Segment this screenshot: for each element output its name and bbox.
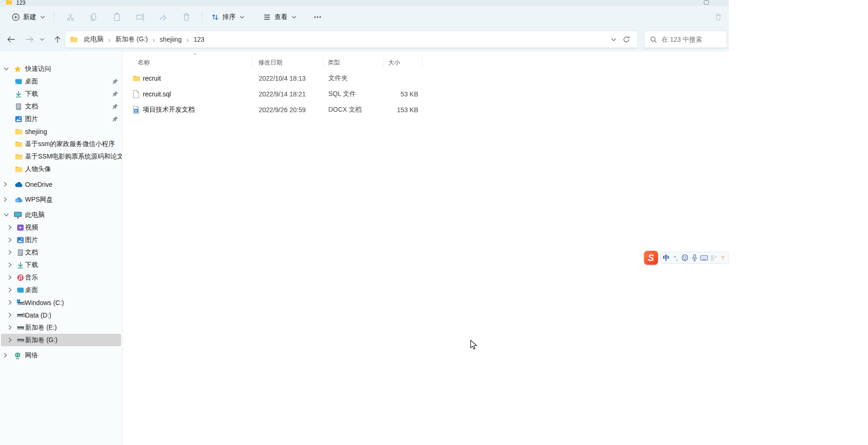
- column-divider[interactable]: [252, 57, 252, 68]
- file-row-项目技术开发文档[interactable]: 项目技术开发文档2022/9/26 20:59DOCX 文档153 KB: [124, 102, 542, 117]
- sidebar-item-快速访问[interactable]: 快速访问: [1, 63, 121, 75]
- toolbox-icon[interactable]: [710, 253, 717, 263]
- sidebar-item-下载[interactable]: 下载: [1, 259, 121, 271]
- breadcrumb: 此电脑›新加卷 (G:)›shejiing›123: [80, 33, 209, 46]
- sidebar-item-新加卷 (E:)[interactable]: 新加卷 (E:): [1, 321, 121, 334]
- chevron-down-icon[interactable]: [4, 67, 9, 70]
- paste-button[interactable]: [108, 9, 126, 25]
- chinese-mode-icon[interactable]: 中: [663, 253, 670, 263]
- address-dropdown-icon[interactable]: [611, 38, 616, 41]
- drive-icon: [17, 337, 25, 343]
- emoji-icon[interactable]: [681, 253, 689, 263]
- chevron-right-icon[interactable]: [8, 237, 14, 242]
- new-button[interactable]: 新建: [7, 10, 49, 24]
- chevron-right-icon[interactable]: [8, 337, 14, 343]
- chevron-right-icon[interactable]: [8, 275, 14, 280]
- sidebar-item-网络[interactable]: 网络: [1, 349, 121, 362]
- punctuation-icon[interactable]: °,: [672, 253, 679, 263]
- pin-icon: [112, 78, 118, 84]
- column-header-type[interactable]: 类型: [328, 58, 340, 67]
- sidebar-item-图片[interactable]: 图片: [1, 113, 121, 125]
- chevron-right-icon[interactable]: [4, 182, 9, 187]
- refresh-icon[interactable]: [623, 36, 630, 43]
- back-button[interactable]: [4, 32, 19, 47]
- chevron-right-icon[interactable]: [8, 300, 14, 305]
- sidebar-item-基于ssm的家政服务微信小程序[interactable]: 基于ssm的家政服务微信小程序: [1, 138, 121, 150]
- column-header-size[interactable]: 大小: [388, 58, 400, 67]
- file-name: recruit.sql: [143, 90, 171, 98]
- breadcrumb-segment[interactable]: 此电脑: [80, 33, 108, 46]
- panel-toggle-partial-icon[interactable]: [709, 9, 727, 25]
- chevron-right-icon[interactable]: [4, 197, 9, 202]
- mic-icon[interactable]: [691, 253, 698, 263]
- partial-icon[interactable]: [719, 253, 727, 263]
- search-box[interactable]: [644, 31, 727, 48]
- chevron-right-icon[interactable]: [8, 325, 14, 330]
- sidebar-item-桌面[interactable]: 桌面: [1, 284, 121, 296]
- share-button[interactable]: [154, 9, 172, 25]
- sidebar-item-此电脑[interactable]: 此电脑: [1, 209, 121, 221]
- sidebar-item-桌面[interactable]: 桌面: [1, 75, 121, 88]
- sidebar-item-新加卷 (G:)[interactable]: 新加卷 (G:): [1, 334, 121, 346]
- computer-icon: [14, 211, 22, 219]
- chevron-right-icon[interactable]: [8, 250, 14, 255]
- sidebar-item-Data (D:)[interactable]: Data (D:): [1, 309, 121, 321]
- chevron-right-icon[interactable]: [8, 225, 14, 230]
- chevron-down-icon[interactable]: [4, 213, 9, 216]
- restore-window-icon[interactable]: [704, 0, 709, 5]
- file-size: 153 KB: [372, 106, 418, 114]
- address-row: 此电脑›新加卷 (G:)›shejiing›123: [0, 28, 729, 51]
- sidebar-item-label: 图片: [25, 115, 38, 123]
- search-input[interactable]: [662, 36, 717, 43]
- copy-button[interactable]: [85, 9, 102, 25]
- chevron-right-icon[interactable]: [8, 287, 14, 292]
- sidebar-item-人物头像[interactable]: 人物头像: [1, 163, 121, 175]
- sidebar-item-Windows (C:)[interactable]: Windows (C:): [1, 296, 121, 309]
- column-divider[interactable]: [383, 57, 384, 68]
- view-button[interactable]: 查看: [259, 10, 300, 24]
- file-row-recruit.sql[interactable]: recruit.sql2022/9/14 18:21SQL 文件53 KB: [124, 87, 542, 101]
- sogou-logo[interactable]: S: [644, 251, 658, 265]
- sidebar-item-图片[interactable]: 图片: [1, 234, 121, 246]
- sidebar-item-label: 文档: [25, 102, 38, 111]
- breadcrumb-separator-icon[interactable]: ›: [186, 36, 190, 44]
- sidebar-item-视频[interactable]: 视频: [1, 221, 121, 234]
- more-button[interactable]: [309, 9, 326, 25]
- sidebar-item-文档[interactable]: 文档: [1, 246, 121, 259]
- column-header-name[interactable]: 名称: [138, 58, 150, 67]
- breadcrumb-separator-icon[interactable]: ›: [152, 36, 156, 44]
- chevron-right-icon[interactable]: [8, 262, 14, 267]
- pin-icon: [112, 116, 118, 122]
- file-date-modified: 2022/9/14 18:21: [259, 90, 306, 98]
- sidebar-item-WPS网盘[interactable]: WPS网盘: [1, 193, 121, 206]
- sidebar-item-文档[interactable]: 文档: [1, 100, 121, 113]
- breadcrumb-bar[interactable]: 此电脑›新加卷 (G:)›shejiing›123: [65, 31, 638, 48]
- sidebar-item-shejiing[interactable]: shejiing: [1, 125, 121, 138]
- sidebar-item-下载[interactable]: 下载: [1, 88, 121, 100]
- keyboard-icon[interactable]: [700, 253, 708, 263]
- rename-button[interactable]: [131, 9, 149, 25]
- chevron-right-icon[interactable]: [4, 353, 9, 358]
- sidebar-item-基于SSM电影购票系统源码和论文含支[interactable]: 基于SSM电影购票系统源码和论文含支: [1, 150, 121, 163]
- view-list-icon: [263, 13, 271, 21]
- sidebar-item-音乐[interactable]: 音乐: [1, 271, 121, 284]
- breadcrumb-segment[interactable]: 新加卷 (G:): [111, 33, 152, 46]
- cut-button[interactable]: [62, 9, 79, 25]
- breadcrumb-segment[interactable]: shejiing: [155, 33, 185, 45]
- breadcrumb-segment[interactable]: 123: [190, 33, 209, 45]
- sort-button[interactable]: 排序: [207, 10, 249, 24]
- forward-button[interactable]: [22, 32, 37, 47]
- chevron-right-icon[interactable]: [8, 312, 14, 318]
- breadcrumb-separator-icon[interactable]: ›: [108, 36, 111, 44]
- delete-button[interactable]: [178, 9, 195, 25]
- column-header-date[interactable]: 修改日期: [258, 58, 282, 67]
- column-divider[interactable]: [422, 57, 422, 68]
- up-button[interactable]: [50, 32, 65, 47]
- sidebar-item-OneDrive[interactable]: OneDrive: [1, 178, 121, 191]
- file-row-recruit[interactable]: recruit2022/10/4 18:13文件夹: [124, 71, 542, 85]
- tab-123[interactable]: 123: [3, 0, 28, 6]
- toolbar-separator: [202, 11, 202, 23]
- recent-locations-button[interactable]: [37, 32, 47, 47]
- column-divider[interactable]: [323, 57, 324, 68]
- sidebar-item-label: Data (D:): [25, 312, 51, 319]
